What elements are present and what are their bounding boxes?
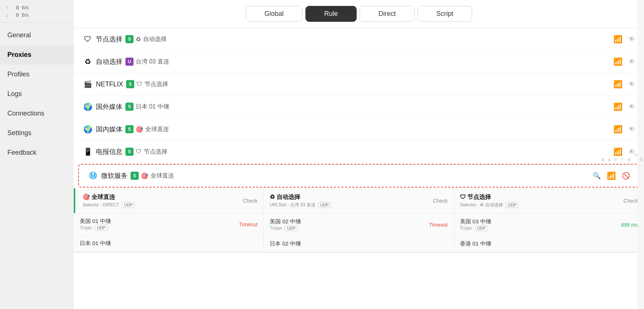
zidong-wifi-icon[interactable]: 📶 [613, 57, 623, 66]
panel-title-info-jiedian: 🛡 节点选择 Selector - ♻ 自动选择 UDP [460, 193, 621, 208]
netflix-eye-icon[interactable]: 👁 [629, 80, 635, 88]
usa02-status: Timeout [429, 222, 448, 228]
panel-active-bar [74, 188, 75, 213]
upload-stat: ↑ 0 B/s [6, 4, 68, 11]
tab-global[interactable]: Global [246, 6, 302, 22]
download-unit: B/s [22, 12, 29, 18]
usa01-type: Trojan UDP [80, 225, 111, 231]
check-btn-zidong[interactable]: Check [433, 198, 448, 204]
guonei-badge: S [125, 125, 134, 133]
sidebar-item-general[interactable]: General [0, 25, 74, 45]
guowai-wifi-icon[interactable]: 📶 [613, 102, 623, 111]
dianbao-name: 电报信息 [96, 147, 122, 156]
proxy-row-guowai[interactable]: 🌍 国外媒体 S 日本 01 中继 📶 👁 [74, 96, 644, 118]
sidebar-item-proxies[interactable]: Proxies [0, 45, 74, 65]
mode-tabs: Global Rule Direct Script [74, 0, 644, 28]
panel-subtitle-jiedian: Selector - ♻ 自动选择 UDP [460, 202, 621, 208]
zidong-badge: U [125, 58, 134, 66]
panel-item-usa01[interactable]: 美国 01 中继 Trojan UDP Timeout [74, 213, 263, 236]
panel-title-quanqiu: 🎯 全球直连 [83, 193, 240, 201]
check-btn-jiedian[interactable]: Check [623, 198, 638, 204]
jiedian-current: ♻ 自动选择 [136, 35, 167, 43]
proxy-row-jiedian[interactable]: 🛡 节点选择 S ♻ 自动选择 📶 👁 [74, 28, 644, 51]
download-value: 0 [11, 12, 19, 18]
zidong-eye-icon[interactable]: 👁 [629, 58, 635, 66]
guonei-wifi-icon[interactable]: 📶 [613, 125, 623, 134]
guonei-actions: 📶 👁 [613, 125, 635, 134]
weiruan-current: 🎯 全球直连 [141, 172, 174, 180]
sidebar-item-profiles[interactable]: Profiles [0, 65, 74, 84]
panel-item-jp01[interactable]: 日本 01 中继 [74, 236, 263, 252]
udp-badge-jiedian: UDP [506, 202, 519, 208]
netflix-current-text: 节点选择 [145, 80, 168, 88]
proxy-row-netflix[interactable]: 🎬 NETFLIX S 🛡 节点选择 📶 👁 [74, 73, 644, 96]
guowai-current: 日本 01 中继 [136, 103, 169, 111]
jp02-name: 日本 02 中继 [270, 240, 301, 247]
right-scroll-labels: ↑ 自 N 国 国 电 微 O 幸 广 全 金 满 [637, 0, 644, 309]
dianbao-current: 🛡 节点选择 [136, 148, 167, 156]
weiruan-eye-off-icon[interactable]: 🚫 [622, 172, 630, 180]
sidebar-item-logs[interactable]: Logs [0, 84, 74, 104]
jiedian-wifi-icon[interactable]: 📶 [613, 35, 623, 44]
weiruan-current-text: 全球直连 [150, 172, 174, 180]
expanded-proxy-panel: 🎯 全球直连 Selector - DIRECT UDP Check 美国 01… [74, 188, 644, 253]
download-arrow-icon: ↓ [6, 12, 8, 18]
panel-header-quanqiu: 🎯 全球直连 Selector - DIRECT UDP Check [74, 188, 263, 213]
proxy-row-zidong[interactable]: ♻ 自动选择 U 台湾 03 直连 📶 👁 [74, 51, 644, 73]
udp-badge-quanqiu: UDP [122, 202, 135, 208]
guowai-name: 国外媒体 [96, 102, 122, 111]
udp-badge-zidong: UDP [318, 202, 331, 208]
panel-item-usa03[interactable]: 美国 03 中继 Trojan UDP 698 ms [454, 214, 644, 236]
tab-rule[interactable]: Rule [305, 6, 357, 22]
proxy-row-dianbao[interactable]: 📱 电报信息 S 🛡 节点选择 📶 👁 [74, 141, 644, 163]
usa03-status: 698 ms [621, 222, 638, 228]
zidong-current-text: 台湾 03 直连 [136, 58, 169, 66]
netflix-current-icon: 🛡 [136, 81, 142, 87]
jiedian-current-text: 自动选择 [143, 35, 167, 43]
panel-item-jp02[interactable]: 日本 02 中继 [264, 236, 453, 252]
guowai-eye-icon[interactable]: 👁 [629, 103, 635, 111]
dianbao-current-text: 节点选择 [144, 148, 167, 156]
usa01-status: Timeout [239, 222, 257, 227]
panel-header-jiedian: 🛡 节点选择 Selector - ♻ 自动选择 UDP Check [454, 188, 644, 214]
sidebar-nav: General Proxies Profiles Logs Connection… [0, 23, 74, 309]
usa01-udp: UDP [95, 225, 108, 231]
guonei-current-icon: 🎯 [136, 126, 143, 133]
jiedian-actions: 📶 👁 [613, 35, 635, 44]
dianbao-badge: S [125, 148, 134, 156]
guowai-current-text: 日本 01 中继 [136, 103, 169, 111]
panel-title-jiedian: 🛡 节点选择 [460, 193, 621, 201]
dianbao-wifi-icon[interactable]: 📶 [613, 147, 623, 156]
sidebar-item-feedback[interactable]: Feedback [0, 143, 74, 162]
sidebar-item-connections[interactable]: Connections [0, 104, 74, 123]
check-btn-quanqiu[interactable]: Check [243, 198, 258, 204]
panel-item-hk01[interactable]: 香港 01 中继 [454, 236, 644, 252]
netflix-current: 🛡 节点选择 [136, 80, 168, 88]
main-content: Global Rule Direct Script 🛡 节点选择 S ♻ 自动选… [74, 0, 644, 309]
proxy-row-weiruan[interactable]: Ⓜ 微软服务 S 🎯 全球直连 🔍 📶 🚫 [78, 164, 640, 188]
zidong-actions: 📶 👁 [613, 57, 635, 66]
proxy-row-guonei[interactable]: 🌍 国内媒体 S 🎯 全球直连 📶 👁 [74, 118, 644, 141]
proxy-list: 🛡 节点选择 S ♻ 自动选择 📶 👁 ♻ 自动选择 U 台湾 03 直连 📶 … [74, 28, 644, 309]
sidebar-item-settings[interactable]: Settings [0, 123, 74, 143]
zidong-name: 自动选择 [96, 57, 122, 66]
panel-subtitle-zidong: URLTest - 台湾 03 直连 UDP [270, 202, 430, 208]
panel-header-zidong: ♻ 自动选择 URLTest - 台湾 03 直连 UDP Check [264, 188, 453, 214]
jiedian-badge: S [125, 35, 134, 43]
jiedian-eye-icon[interactable]: 👁 [629, 35, 635, 43]
tab-script[interactable]: Script [418, 6, 472, 22]
usa03-type: Trojan UDP [460, 225, 491, 231]
usa03-udp: UDP [475, 225, 488, 231]
panel-item-usa02[interactable]: 美国 02 中继 Trojan UDP Timeout [264, 214, 453, 236]
netflix-icon: 🎬 [83, 79, 93, 89]
weiruan-wifi-icon[interactable]: 📶 [607, 171, 616, 180]
weiruan-eye-slash-icon[interactable]: 🔍 [593, 172, 601, 180]
dianbao-actions: 📶 👁 [613, 147, 635, 156]
guowai-actions: 📶 👁 [613, 102, 635, 111]
tab-direct[interactable]: Direct [360, 6, 415, 22]
weiruan-current-icon: 🎯 [141, 172, 148, 179]
weiruan-badge: S [131, 172, 139, 180]
weiruan-actions: 🔍 📶 🚫 [593, 171, 630, 180]
netflix-wifi-icon[interactable]: 📶 [613, 80, 623, 89]
guonei-eye-icon[interactable]: 👁 [629, 126, 635, 133]
